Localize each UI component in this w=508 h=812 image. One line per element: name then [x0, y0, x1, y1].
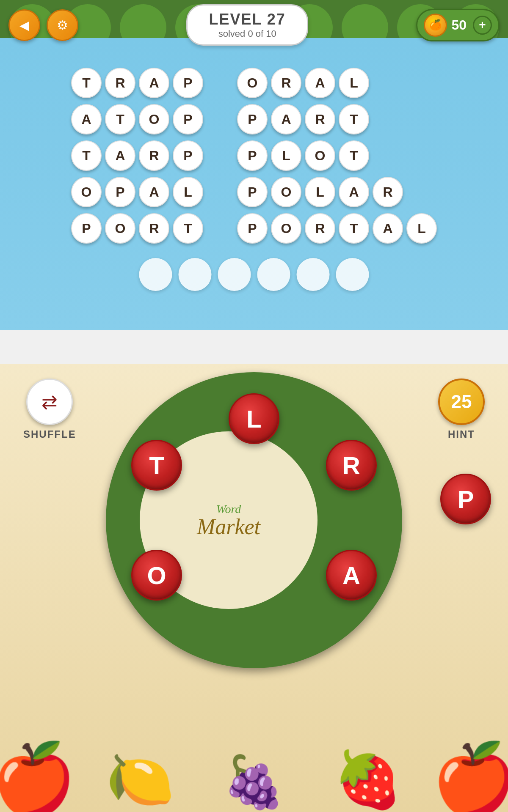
tile-R9: R — [373, 177, 403, 207]
tile-O6: O — [237, 68, 268, 98]
tile-L6: L — [339, 68, 369, 98]
game-logo: Word Market — [197, 502, 260, 538]
tile-T7: T — [339, 104, 369, 134]
tile-T1: T — [71, 68, 102, 98]
word-portal: P O R T A L — [237, 213, 437, 244]
answer-slots — [139, 258, 369, 291]
hint-label: HINT — [448, 428, 475, 440]
tile-A2: A — [71, 104, 102, 134]
wheel-letter-O[interactable]: O — [131, 550, 182, 601]
word-plot: P L O T — [237, 140, 437, 171]
answer-slot-1 — [139, 258, 172, 291]
tile-A6: A — [305, 68, 335, 98]
tile-T2: T — [105, 104, 135, 134]
tile-R3: R — [139, 140, 169, 171]
fruit-strawberry: 🍓 — [334, 748, 402, 812]
tile-A3: A — [105, 140, 135, 171]
tile-A4: A — [139, 177, 169, 207]
logo-word: Word — [197, 502, 260, 516]
hint-button[interactable]: 25 HINT — [438, 379, 485, 440]
shuffle-icon-circle: ⇄ — [26, 379, 73, 425]
tile-L4: L — [173, 177, 203, 207]
answer-slot-4 — [257, 258, 290, 291]
word-atop: A T O P — [71, 104, 203, 134]
tile-O4: O — [71, 177, 102, 207]
tile-O10: O — [271, 213, 301, 244]
wheel-letter-P[interactable]: P ☞ — [440, 474, 491, 524]
word-column-1: T R A P A T O P T A R P — [71, 68, 203, 244]
tile-O8: O — [305, 140, 335, 171]
word-part: P A R T — [237, 104, 437, 134]
tile-R10: R — [305, 213, 335, 244]
bottom-section: ⇄ SHUFFLE 25 HINT Word Market L R A P ☞ … — [0, 364, 508, 812]
level-badge: LEVEL 27 solved 0 of 10 — [186, 4, 308, 46]
logo-market: Market — [197, 516, 260, 538]
tile-P4: P — [105, 177, 135, 207]
header: LEVEL 27 solved 0 of 10 🍊 50 + — [0, 4, 508, 46]
section-divider — [0, 330, 508, 364]
answer-slot-6 — [336, 258, 369, 291]
word-tarp: T A R P — [71, 140, 203, 171]
tile-R7: R — [305, 104, 335, 134]
top-section: LEVEL 27 solved 0 of 10 🍊 50 + T R A P — [0, 0, 508, 330]
hint-count: 25 — [438, 379, 485, 425]
word-opal: O P A L — [71, 177, 203, 207]
coin-count: 50 — [451, 17, 467, 33]
wheel-outer: Word Market L R A P ☞ O T — [106, 372, 402, 668]
tile-P5: P — [71, 213, 102, 244]
wheel-letter-L[interactable]: L — [229, 393, 279, 444]
level-subtitle: solved 0 of 10 — [209, 28, 285, 39]
coin-area: 🍊 50 + — [416, 9, 500, 41]
tile-P3: P — [173, 140, 203, 171]
word-port: P O R T — [71, 213, 203, 244]
answer-slot-3 — [218, 258, 251, 291]
tile-P10: P — [237, 213, 268, 244]
tile-P1: P — [173, 68, 203, 98]
word-wheel-container: Word Market L R A P ☞ O T — [106, 372, 402, 668]
tile-T3: T — [71, 140, 102, 171]
tile-L10: L — [406, 213, 437, 244]
word-grid: T R A P A T O P T A R P — [0, 68, 508, 244]
tile-P7: P — [237, 104, 268, 134]
word-column-2: O R A L P A R T P L O T — [237, 68, 437, 244]
tile-R6: R — [271, 68, 301, 98]
level-title: LEVEL 27 — [209, 11, 285, 28]
wheel-letter-T[interactable]: T — [131, 440, 182, 491]
tile-P9: P — [237, 177, 268, 207]
tile-T8: T — [339, 140, 369, 171]
tile-L8: L — [271, 140, 301, 171]
word-polar: P O L A R — [237, 177, 437, 207]
tile-O5: O — [105, 213, 135, 244]
tile-A10: A — [373, 213, 403, 244]
tile-P2: P — [173, 104, 203, 134]
tile-O9: O — [271, 177, 301, 207]
back-button[interactable] — [8, 9, 40, 41]
wheel-letter-A[interactable]: A — [326, 550, 377, 601]
fruit-plum: 🍇 — [222, 752, 286, 812]
header-left — [8, 9, 78, 41]
fruit-pomegranate-left: 🍎 — [0, 744, 76, 812]
tile-L9: L — [305, 177, 335, 207]
word-trap: T R A P — [71, 68, 203, 98]
tile-T5: T — [173, 213, 203, 244]
tile-A1: A — [139, 68, 169, 98]
fruit-lemon: 🍋 — [106, 748, 174, 812]
tile-P8: P — [237, 140, 268, 171]
settings-button[interactable] — [47, 9, 78, 41]
tile-A7: A — [271, 104, 301, 134]
word-oral: O R A L — [237, 68, 437, 98]
answer-slot-2 — [179, 258, 212, 291]
shuffle-icon: ⇄ — [41, 391, 58, 413]
words-columns: T R A P A T O P T A R P — [71, 68, 437, 244]
tile-A9: A — [339, 177, 369, 207]
wheel-letter-R[interactable]: R — [326, 440, 377, 491]
shuffle-button[interactable]: ⇄ SHUFFLE — [23, 379, 76, 440]
coin-icon: 🍊 — [424, 14, 447, 37]
add-coins-button[interactable]: + — [473, 16, 492, 35]
fruit-pomegranate-right: 🍎 — [432, 744, 508, 812]
tile-T10: T — [339, 213, 369, 244]
tile-R1: R — [105, 68, 135, 98]
tile-O2: O — [139, 104, 169, 134]
tile-R5: R — [139, 213, 169, 244]
shuffle-label: SHUFFLE — [23, 428, 76, 440]
